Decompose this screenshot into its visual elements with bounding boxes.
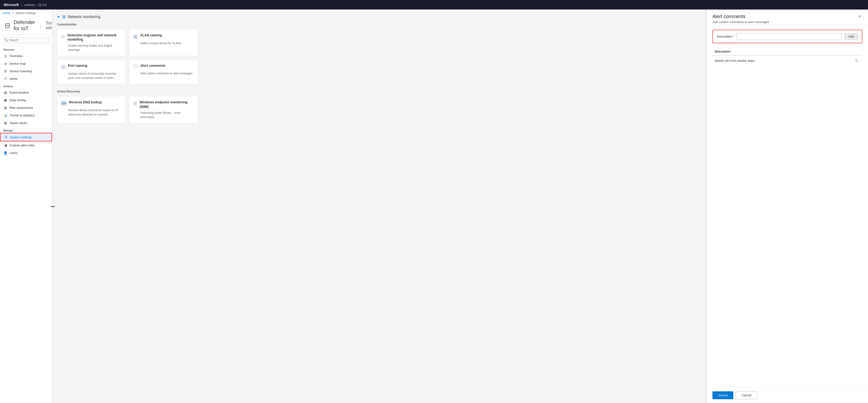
network-monitoring-header: ▼ ⊞ Network monitoring [57,14,702,20]
sidebar-item-device-inventory[interactable]: ☰ Device inventory [0,67,52,75]
detection-engines-card-desc: Enable learning modes and engine coverag… [61,44,122,52]
vlan-naming-card-desc: Define unique names for VLANs [133,41,194,46]
sidebar-item-label: Trends & statistics [9,114,35,117]
topbar-tenant: contoso - 22.2.6 [24,3,46,7]
sidebar-item-label: Risk assessment [9,106,33,110]
card-port-naming-header: ▤ Port naming [61,63,122,69]
delete-row-button[interactable]: 🗑 [853,58,860,63]
table-col-description: Description [712,48,851,55]
vlan-naming-card-icon: ▦ [133,33,138,39]
sidebar-item-trends-statistics[interactable]: 📊 Trends & statistics [0,111,52,119]
alert-comments-panel: Alert comments Add custom comments to al… [707,9,868,403]
sidebar-item-data-mining[interactable]: ▦ Data mining [0,96,52,104]
attack-vector-icon: ▨ [3,121,8,125]
risk-assessment-icon: ▤ [3,106,8,110]
card-windows-endpoint[interactable]: ⊞ Windows endpoint monitoring (WMI) Sele… [129,96,198,123]
page-subtitle: System settings [46,21,52,30]
windows-endpoint-card-icon: ⊞ [133,100,137,106]
network-monitoring-collapse-icon[interactable]: ▼ [57,15,60,19]
breadcrumb-arrow: > [12,11,14,15]
card-alert-comments[interactable]: 🛡 Alert comments Add custom comments to … [129,59,198,84]
customization-cards-grid: ⊙ Detection engines and network modellin… [57,29,702,84]
form-required-marker: * [733,35,734,38]
sidebar-item-label: Event timeline [9,91,29,94]
customization-label: Customization [57,23,702,26]
device-map-icon: ◎ [3,61,8,65]
panel-header-text: Alert comments Add custom comments to al… [712,14,769,24]
port-naming-card-title: Port naming [68,63,87,68]
topbar: Microsoft | contoso - 22.2.6 [0,0,868,9]
card-reverse-dns[interactable]: DN Reverse DNS lookup Resolve device hos… [57,96,126,123]
sidebar-section-analyze: Analyze [0,82,52,89]
sidebar-item-label: Data mining [9,98,26,102]
sidebar-item-custom-alert-rules[interactable]: ◨ Custom alert rules [0,141,52,149]
sidebar-item-attack-vector[interactable]: ▨ Attack vector [0,119,52,127]
system-settings-icon: ⊟ [4,135,8,139]
sidebar-search-wrap: 🔍 [3,37,49,43]
panel-body: Description* Add Description Needs info … [707,26,868,387]
form-row: Description* Add [712,30,862,43]
submit-button[interactable]: Submit [712,391,733,399]
content-scroll: ▼ ⊞ Network monitoring Customization ⊙ D… [52,9,707,403]
overview-icon: ◫ [3,54,8,58]
alert-comments-card-desc: Add custom comments to alert messages [133,71,194,76]
table-col-actions [851,48,862,55]
card-detection-engines[interactable]: ⊙ Detection engines and network modellin… [57,29,126,56]
panel-subtitle: Add custom comments to alert messages [712,20,769,24]
custom-alert-rules-icon: ◨ [3,143,8,147]
form-description-label: Description* [717,35,734,38]
card-port-naming[interactable]: ▤ Port naming Update names of universall… [57,59,126,84]
sidebar-item-users[interactable]: 👤 Users [0,149,52,156]
sidebar: Home > System settings ⊟ Defender for Io… [0,9,52,403]
page-header: ⊟ Defender for IoT | System settings [0,17,52,35]
add-button[interactable]: Add [844,33,858,40]
alert-comments-card-icon: 🛡 [133,64,138,69]
sidebar-item-label: Alerts [9,77,17,81]
table-cell-delete: 🗑 [851,55,862,66]
sidebar-item-event-timeline[interactable]: ▤ Event timeline [0,89,52,96]
windows-endpoint-card-desc: Selectively probe Windo... more informat… [133,111,194,119]
reverse-dns-card-title: Reverse DNS lookup [69,100,102,104]
active-discovery-cards-grid: DN Reverse DNS lookup Resolve device hos… [57,96,702,123]
table-cell-description: Needs info from vendor team [712,55,851,66]
detection-engines-card-title: Detection engines and network modelling [67,33,122,41]
card-vlan-naming[interactable]: ▦ VLAN naming Define unique names for VL… [129,29,198,56]
sidebar-item-label: Custom alert rules [9,144,34,147]
event-timeline-icon: ▤ [3,90,8,94]
sidebar-item-device-map[interactable]: ◎ Device map [0,60,52,67]
sidebar-item-label: Attack vector [9,121,27,125]
search-input[interactable] [3,37,49,43]
network-monitoring-icon: ⊞ [62,14,66,20]
cancel-button[interactable]: Cancel [736,391,757,399]
sidebar-item-overview[interactable]: ◫ Overview [0,52,52,60]
alerts-icon: 🛡 [3,77,8,81]
sidebar-section-manage: Manage [0,127,52,133]
trends-icon: 📊 [3,113,8,117]
sidebar-item-label: Device map [9,62,26,65]
sidebar-item-label: Overview [9,54,22,58]
vlan-naming-card-title: VLAN naming [140,33,162,37]
breadcrumb-current: System settings [16,11,36,15]
card-detection-engines-header: ⊙ Detection engines and network modellin… [61,33,122,41]
card-alert-comments-header: 🛡 Alert comments [133,63,194,69]
sidebar-collapse-button[interactable]: ◀◀ [50,204,55,209]
port-naming-card-desc: Update names of universally reserved por… [61,71,122,80]
panel-close-button[interactable]: × [857,14,862,19]
breadcrumb-home[interactable]: Home [3,11,10,15]
windows-endpoint-card-title: Windows endpoint monitoring (WMI) [140,100,194,109]
sidebar-item-system-settings[interactable]: ⊟ System settings [0,133,52,141]
panel-title: Alert comments [712,14,769,19]
panel-header: Alert comments Add custom comments to al… [707,9,868,26]
active-discovery-label: Active Discovery [57,90,702,93]
sidebar-wrap: Home > System settings ⊟ Defender for Io… [0,9,52,403]
sidebar-item-risk-assessment[interactable]: ▤ Risk assessment [0,104,52,111]
main-layout: Home > System settings ⊟ Defender for Io… [0,9,868,403]
sidebar-search-container: 🔍 [0,35,52,46]
card-windows-endpoint-header: ⊞ Windows endpoint monitoring (WMI) [133,100,194,109]
card-reverse-dns-header: DN Reverse DNS lookup [61,100,122,106]
port-naming-card-icon: ▤ [61,64,66,69]
breadcrumb: Home > System settings [0,9,52,17]
detection-engines-card-icon: ⊙ [61,33,65,39]
sidebar-item-alerts[interactable]: 🛡 Alerts [0,75,52,82]
description-input[interactable] [737,33,842,40]
